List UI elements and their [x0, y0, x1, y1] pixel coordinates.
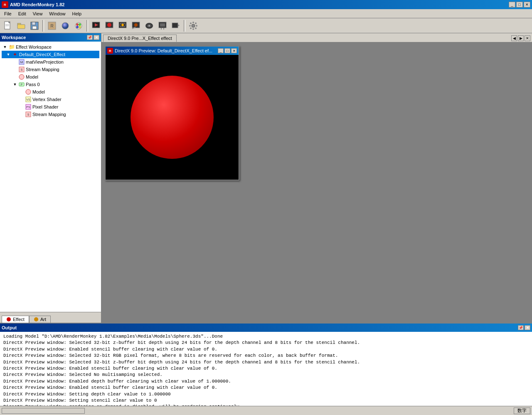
tab-effect[interactable]: Effect: [2, 316, 29, 323]
output-title: Output: [2, 325, 17, 330]
svg-point-36: [192, 24, 195, 27]
tree-model1[interactable]: Model: [2, 73, 99, 81]
menu-window[interactable]: Window: [46, 10, 69, 17]
toolbar-render3[interactable]: [116, 20, 129, 32]
toolbar-render7[interactable]: [170, 20, 182, 32]
toolbar: R: [0, 18, 532, 33]
tree-pass0-expand[interactable]: ▼: [12, 82, 18, 86]
svg-point-37: [192, 22, 194, 23]
preview-minimize[interactable]: _: [218, 48, 224, 53]
menu-view[interactable]: View: [30, 10, 46, 17]
content-tabs-bar: DirectX 9.0 Pre...X_Effect effect ◀ ▶ ✕: [101, 33, 532, 42]
output-title-buttons: 📌 ✕: [518, 325, 530, 330]
svg-point-40: [196, 25, 197, 27]
svg-point-12: [75, 22, 82, 29]
close-button[interactable]: ✕: [524, 2, 530, 7]
tree-mat[interactable]: M matViewProjection: [2, 58, 99, 66]
tree-root[interactable]: ▼ 📁 Effect Workspace: [2, 43, 99, 51]
minimize-button[interactable]: _: [509, 2, 515, 7]
output-line: DirectX Preview window: Selected 32-bit …: [3, 353, 529, 359]
svg-text:P: P: [21, 83, 23, 86]
status-label: 数字: [517, 408, 527, 414]
status-bar: 数字: [0, 406, 532, 415]
tree-effect[interactable]: ▼ ✦ Default_DirectX_Effect: [2, 51, 99, 58]
output-pin[interactable]: 📌: [518, 325, 524, 330]
workspace-title-buttons: 📌 ✕: [87, 35, 99, 40]
menu-help[interactable]: Help: [69, 10, 85, 17]
toolbar-render5[interactable]: [143, 20, 155, 32]
tree-stream1[interactable]: S Stream Mapping: [2, 66, 99, 73]
tree-pixel[interactable]: PS Pixel Shader: [2, 103, 99, 111]
output-line: DirectX Preview Window: Enabled stencil …: [3, 385, 529, 391]
tree-model2[interactable]: Model: [2, 88, 99, 96]
toolbar-reader[interactable]: R: [46, 20, 58, 32]
workspace-pin[interactable]: 📌: [87, 35, 93, 40]
toolbar-settings[interactable]: [187, 20, 200, 32]
tree-root-label: Effect Workspace: [16, 44, 52, 49]
svg-point-15: [76, 26, 79, 28]
workspace-close[interactable]: ✕: [94, 35, 99, 40]
tree-mat-expand: [12, 60, 18, 64]
toolbar-open[interactable]: [15, 20, 27, 32]
status-scrollbar[interactable]: [2, 408, 85, 414]
toolbar-render4[interactable]: [130, 20, 142, 32]
tree-effect-expand[interactable]: ▼: [5, 52, 12, 57]
toolbar-save[interactable]: [28, 20, 41, 32]
output-close[interactable]: ✕: [525, 325, 530, 330]
svg-text:M: M: [20, 60, 23, 64]
tree-pass0-label: Pass 0: [26, 82, 40, 87]
preview-window-buttons: _ □ ✕: [218, 48, 237, 53]
toolbar-render6[interactable]: [156, 20, 169, 32]
content-tab-close[interactable]: ✕: [525, 35, 530, 41]
tree-model2-expand: [18, 90, 25, 94]
app-icon: R: [2, 1, 8, 8]
tree-vertex[interactable]: VS Vertex Shader: [2, 96, 99, 103]
preview-title-left: R DirectX 9.0 Preview: Default_DirectX_E…: [107, 48, 212, 54]
menu-bar: File Edit View Window Help: [0, 9, 532, 18]
toolbar-sphere[interactable]: [59, 20, 71, 32]
content-tab-preview[interactable]: DirectX 9.0 Pre...X_Effect effect: [103, 35, 177, 42]
svg-point-29: [148, 25, 150, 27]
tree-effect-icon: ✦: [12, 51, 18, 58]
svg-rect-5: [17, 25, 25, 29]
output-line: DirectX Preview window: Enabled stencil …: [3, 346, 529, 353]
title-bar: R AMD RenderMonkey 1.82 _ □ ✕: [0, 0, 532, 9]
tree-stream1-expand: [12, 67, 18, 72]
tab-art-icon: [34, 317, 39, 322]
svg-point-39: [189, 25, 191, 27]
svg-point-38: [192, 28, 194, 30]
tree-pass0-icon: P: [18, 81, 25, 88]
tree-root-expand[interactable]: ▼: [2, 45, 8, 49]
toolbar-render1[interactable]: [90, 20, 102, 32]
preview-maximize[interactable]: □: [224, 48, 230, 53]
svg-point-41: [190, 22, 192, 24]
tree-pixel-expand: [18, 105, 25, 109]
title-bar-buttons: _ □ ✕: [509, 2, 530, 7]
preview-close[interactable]: ✕: [231, 48, 237, 53]
preview-canvas: [106, 55, 239, 180]
tree-mat-icon: M: [18, 59, 25, 65]
toolbar-palette[interactable]: [72, 20, 85, 32]
content-tab-right[interactable]: ▶: [518, 35, 524, 41]
tree-vertex-expand: [18, 97, 25, 101]
content-tab-left[interactable]: ◀: [511, 35, 517, 41]
svg-text:VS: VS: [26, 98, 30, 101]
menu-file[interactable]: File: [1, 10, 15, 17]
tree-pass0[interactable]: ▼ P Pass 0: [2, 81, 99, 88]
tab-effect-label: Effect: [13, 317, 25, 322]
tab-effect-icon: [6, 317, 11, 322]
svg-point-44: [195, 27, 197, 29]
tab-art[interactable]: Art: [29, 316, 51, 323]
svg-point-23: [121, 24, 124, 26]
maximize-button[interactable]: □: [516, 2, 523, 7]
output-line: DirectX Preview window: Selected 32-bit …: [3, 359, 529, 366]
menu-edit[interactable]: Edit: [15, 10, 30, 17]
content-tab-label: DirectX 9.0 Pre...X_Effect effect: [108, 36, 172, 41]
svg-rect-8: [32, 26, 37, 29]
toolbar-render2[interactable]: [103, 20, 116, 32]
main-layout: Workspace 📌 ✕ ▼ 📁 Effect Workspace ▼ ✦ D…: [0, 33, 532, 323]
toolbar-new[interactable]: [2, 20, 14, 32]
svg-text:S: S: [27, 113, 30, 116]
output-title-bar: Output 📌 ✕: [0, 324, 532, 332]
tree-stream2[interactable]: S Stream Mapping: [2, 111, 99, 118]
